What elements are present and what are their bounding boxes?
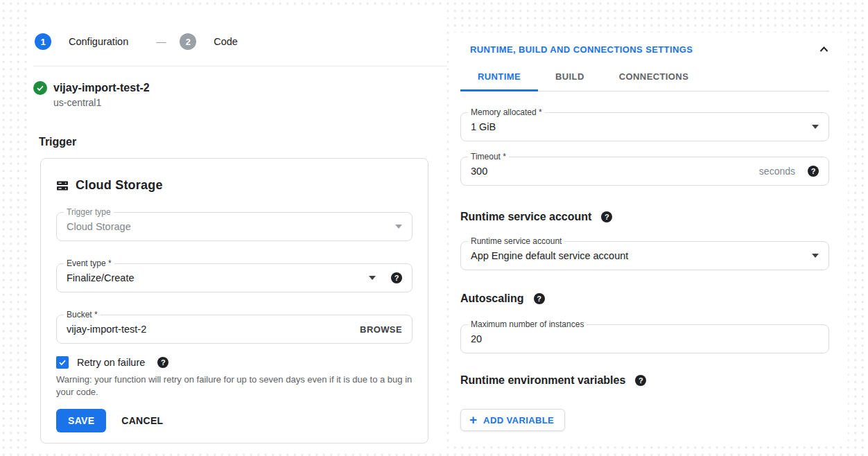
service-account-select[interactable]: Runtime service account App Engine defau… xyxy=(460,241,829,270)
tab-connections[interactable]: CONNECTIONS xyxy=(602,63,706,91)
add-variable-button[interactable]: + ADD VARIABLE xyxy=(460,409,565,431)
settings-header-title[interactable]: RUNTIME, BUILD AND CONNECTIONS SETTINGS xyxy=(470,44,693,55)
bucket-value: vijay-import-test-2 xyxy=(67,324,360,335)
env-vars-heading: Runtime environment variables xyxy=(460,374,625,387)
divider xyxy=(33,66,447,67)
bucket-input[interactable]: Bucket * vijay-import-test-2 BROWSE xyxy=(56,315,413,344)
step-2-label[interactable]: Code xyxy=(214,36,238,47)
retry-warning-text: Warning: your function will retry on fai… xyxy=(56,374,413,398)
autoscaling-heading: Autoscaling xyxy=(460,292,524,305)
plus-icon: + xyxy=(469,413,477,426)
timeout-input[interactable]: Timeout * 300 seconds ? xyxy=(460,157,829,186)
memory-allocated-select[interactable]: Memory allocated * 1 GiB xyxy=(460,112,829,141)
event-type-label: Event type * xyxy=(64,258,114,268)
event-type-help-icon[interactable]: ? xyxy=(391,272,402,283)
max-instances-label: Maximum number of instances xyxy=(468,319,587,329)
settings-header: RUNTIME, BUILD AND CONNECTIONS SETTINGS xyxy=(470,44,829,55)
chevron-down-icon xyxy=(812,125,819,129)
save-button[interactable]: SAVE xyxy=(56,409,106,432)
retry-on-failure-row: Retry on failure ? xyxy=(56,356,413,369)
memory-allocated-label: Memory allocated * xyxy=(468,107,545,117)
step-1-circle[interactable]: 1 xyxy=(35,33,51,50)
retry-label: Retry on failure xyxy=(77,357,145,368)
check-circle-icon xyxy=(33,81,47,95)
timeout-suffix: seconds xyxy=(759,166,795,177)
form-actions: SAVE CANCEL xyxy=(56,409,413,432)
cloud-storage-icon xyxy=(56,179,69,192)
trigger-type-label: Trigger type xyxy=(64,207,114,217)
event-type-value: Finalize/Create xyxy=(67,272,369,283)
step-2-circle[interactable]: 2 xyxy=(180,33,196,50)
configuration-panel: 1 Configuration — 2 Code vijay-import-te… xyxy=(26,8,447,449)
chevron-down-icon xyxy=(369,276,376,280)
autoscaling-help-icon[interactable]: ? xyxy=(534,293,545,304)
bucket-label: Bucket * xyxy=(64,310,101,319)
retry-help-icon[interactable]: ? xyxy=(157,357,168,368)
timeout-help-icon[interactable]: ? xyxy=(808,166,819,177)
chevron-up-icon[interactable] xyxy=(819,44,829,55)
service-account-value: App Engine default service account xyxy=(471,250,812,261)
browse-button[interactable]: BROWSE xyxy=(360,324,402,335)
max-instances-input[interactable]: Maximum number of instances 20 xyxy=(460,324,829,353)
stepper-separator: — xyxy=(156,36,166,47)
env-vars-heading-row: Runtime environment variables ? xyxy=(460,374,829,387)
service-account-heading: Runtime service account xyxy=(460,211,591,223)
retry-checkbox[interactable] xyxy=(56,356,69,369)
chevron-down-icon xyxy=(395,225,402,229)
tab-runtime[interactable]: RUNTIME xyxy=(460,63,538,91)
tab-build[interactable]: BUILD xyxy=(538,63,602,91)
trigger-type-select[interactable]: Trigger type Cloud Storage xyxy=(56,212,413,241)
timeout-value: 300 xyxy=(471,166,759,177)
runtime-settings-panel: RUNTIME, BUILD AND CONNECTIONS SETTINGS … xyxy=(454,33,848,445)
chevron-down-icon xyxy=(812,254,819,258)
max-instances-value: 20 xyxy=(471,333,819,344)
function-region: us-central1 xyxy=(53,97,447,108)
autoscaling-heading-row: Autoscaling ? xyxy=(460,292,829,305)
settings-tabs: RUNTIME BUILD CONNECTIONS xyxy=(460,63,829,91)
stepper: 1 Configuration — 2 Code xyxy=(35,33,447,50)
function-name-row: vijay-import-test-2 xyxy=(33,81,447,95)
trigger-heading: Trigger xyxy=(39,136,447,148)
trigger-card-title-row: Cloud Storage xyxy=(56,178,413,193)
service-account-heading-row: Runtime service account ? xyxy=(460,211,829,223)
env-vars-help-icon[interactable]: ? xyxy=(635,375,646,386)
add-variable-label: ADD VARIABLE xyxy=(483,415,554,426)
trigger-type-value: Cloud Storage xyxy=(67,221,395,232)
function-name: vijay-import-test-2 xyxy=(53,82,150,94)
trigger-card-title: Cloud Storage xyxy=(76,178,163,193)
event-type-select[interactable]: Event type * Finalize/Create ? xyxy=(56,263,413,292)
service-account-help-icon[interactable]: ? xyxy=(601,211,612,222)
trigger-card: Cloud Storage Trigger type Cloud Storage… xyxy=(40,158,428,444)
service-account-label: Runtime service account xyxy=(468,236,564,246)
memory-allocated-value: 1 GiB xyxy=(471,121,812,132)
step-1-label[interactable]: Configuration xyxy=(69,36,128,47)
timeout-label: Timeout * xyxy=(468,152,509,161)
cancel-button[interactable]: CANCEL xyxy=(121,415,163,426)
